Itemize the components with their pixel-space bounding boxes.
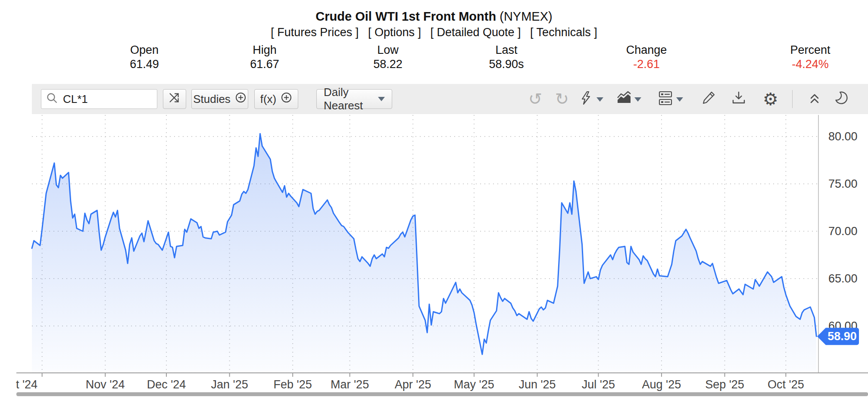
collapse-toolbar-button[interactable] xyxy=(807,84,822,114)
period-label: Daily Nearest xyxy=(324,86,374,112)
exchange-name: (NYMEX) xyxy=(500,9,552,23)
svg-text:Dec '24: Dec '24 xyxy=(147,378,186,391)
dark-mode-moon-icon xyxy=(834,90,850,108)
studies-button[interactable]: Studies xyxy=(191,89,248,109)
svg-text:Aug '25: Aug '25 xyxy=(642,378,681,391)
svg-text:70.00: 70.00 xyxy=(828,225,858,238)
functions-button[interactable]: f(x) xyxy=(254,89,298,109)
quote-last-label: Last xyxy=(489,43,524,57)
compare-shuffle-icon xyxy=(167,90,182,108)
fx-label: f(x) xyxy=(260,93,277,106)
draw-button[interactable] xyxy=(701,84,716,114)
svg-text:Mar '25: Mar '25 xyxy=(331,378,369,391)
barchart-quote-page: Crude Oil WTI 1st Front Month (NYMEX) [ … xyxy=(0,0,868,397)
svg-text:May '25: May '25 xyxy=(454,378,494,391)
quote-change-value: -2.61 xyxy=(626,57,667,71)
redo-button[interactable]: ↻ xyxy=(555,84,569,114)
quote-percent-value: -4.24% xyxy=(790,57,830,71)
quote-change: Change -2.61 xyxy=(626,43,667,71)
layout-dropdown-caret[interactable] xyxy=(676,97,683,102)
draw-pencil-icon xyxy=(701,90,716,108)
plus-circle-icon xyxy=(235,92,247,106)
undo-icon: ↺ xyxy=(528,84,542,114)
link-detailed-quote[interactable]: [ Detailed Quote ] xyxy=(430,26,521,39)
page-title: Crude Oil WTI 1st Front Month (NYMEX) xyxy=(0,9,868,24)
svg-text:Sep '25: Sep '25 xyxy=(705,378,744,391)
events-lightning-icon xyxy=(578,90,594,108)
y-axis-labels: 80.0075.0070.0065.0060.00 xyxy=(828,130,858,332)
studies-label: Studies xyxy=(193,93,231,106)
svg-text:75.00: 75.00 xyxy=(828,177,858,190)
svg-text:Feb '25: Feb '25 xyxy=(274,378,312,391)
link-technicals[interactable]: [ Technicals ] xyxy=(530,26,597,39)
svg-text:t '24: t '24 xyxy=(16,378,37,391)
chevron-down-icon xyxy=(378,97,385,101)
dark-mode-button[interactable] xyxy=(834,84,850,114)
download-button[interactable] xyxy=(731,84,746,114)
price-area-fill xyxy=(32,133,816,373)
quote-low-label: Low xyxy=(373,43,403,57)
layout-panels-icon xyxy=(658,90,673,108)
x-axis-labels: t '24Nov '24Dec '24Jan '25Feb '25Mar '25… xyxy=(16,373,804,391)
settings-button[interactable]: ⚙ xyxy=(763,84,778,114)
quote-open: Open 61.49 xyxy=(130,43,159,71)
link-options[interactable]: [ Options ] xyxy=(368,26,421,39)
quote-open-label: Open xyxy=(130,43,159,57)
quote-last-value: 58.90s xyxy=(489,57,524,71)
redo-icon: ↻ xyxy=(555,84,569,114)
quote-low-value: 58.22 xyxy=(373,57,403,71)
period-dropdown[interactable]: Daily Nearest xyxy=(316,89,392,109)
search-icon xyxy=(46,92,59,106)
svg-text:80.00: 80.00 xyxy=(828,130,858,143)
plus-circle-icon xyxy=(281,92,292,106)
events-button[interactable] xyxy=(578,84,594,114)
chart-scrollbar[interactable] xyxy=(16,392,868,396)
quote-high-value: 61.67 xyxy=(250,57,279,71)
svg-text:Oct '25: Oct '25 xyxy=(768,378,804,391)
undo-button[interactable]: ↺ xyxy=(528,84,542,114)
chart-type-button[interactable] xyxy=(616,84,632,114)
svg-text:Jul '25: Jul '25 xyxy=(582,378,615,391)
price-chart[interactable]: 80.0075.0070.0065.0060.00t '24Nov '24Dec… xyxy=(0,114,868,397)
quote-change-label: Change xyxy=(626,43,667,57)
events-dropdown-caret[interactable] xyxy=(596,97,603,102)
settings-gear-icon: ⚙ xyxy=(763,84,778,114)
quote-high-label: High xyxy=(250,43,279,57)
last-price-badge: 58.90 xyxy=(817,328,859,345)
svg-text:Jun '25: Jun '25 xyxy=(518,378,556,391)
chart-toolbar: Studies f(x) Daily Nearest ↺ ↻ xyxy=(32,84,868,114)
compare-button[interactable] xyxy=(163,89,186,109)
chart-area: 80.0075.0070.0065.0060.00t '24Nov '24Dec… xyxy=(0,114,868,397)
instrument-name: Crude Oil WTI 1st Front Month xyxy=(315,9,496,23)
quote-percent: Percent -4.24% xyxy=(790,43,830,71)
chart-type-area-icon xyxy=(616,90,632,108)
svg-text:65.00: 65.00 xyxy=(828,272,858,285)
link-futures-prices[interactable]: [ Futures Prices ] xyxy=(271,26,359,39)
collapse-chevrons-icon xyxy=(807,90,822,108)
svg-text:Apr '25: Apr '25 xyxy=(395,378,431,391)
quote-open-value: 61.49 xyxy=(130,57,159,71)
layout-button[interactable] xyxy=(658,84,673,114)
download-icon xyxy=(731,90,746,108)
toolbar-divider xyxy=(792,90,793,108)
symbol-input[interactable] xyxy=(62,92,146,106)
quote-last: Last 58.90s xyxy=(489,43,524,71)
quote-links: [ Futures Prices ] [ Options ] [ Detaile… xyxy=(0,26,868,39)
quote-low: Low 58.22 xyxy=(373,43,403,71)
svg-text:Jan '25: Jan '25 xyxy=(211,378,248,391)
svg-text:58.90: 58.90 xyxy=(827,330,857,343)
symbol-search-box[interactable] xyxy=(41,89,157,109)
svg-text:Nov '24: Nov '24 xyxy=(86,378,125,391)
chart-type-dropdown-caret[interactable] xyxy=(634,97,641,102)
quote-high: High 61.67 xyxy=(250,43,279,71)
quote-percent-label: Percent xyxy=(790,43,830,57)
